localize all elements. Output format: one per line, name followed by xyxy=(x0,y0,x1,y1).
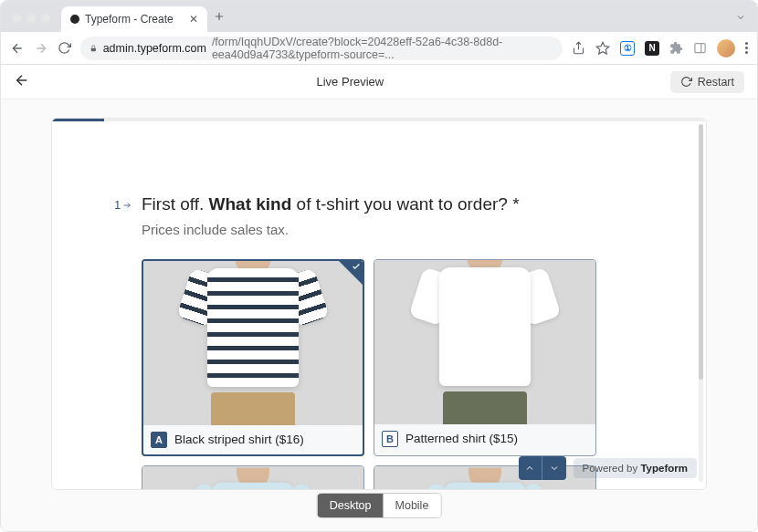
canvas: 1 First off. What kind of t-shirt you wa… xyxy=(1,99,757,531)
new-tab-button[interactable] xyxy=(213,10,226,32)
back-arrow-icon[interactable] xyxy=(14,72,30,92)
tab-title: Typeform - Create xyxy=(85,13,174,26)
option-label: Black striped shirt ($16) xyxy=(174,433,304,446)
lock-icon xyxy=(89,43,98,54)
chevron-down-icon xyxy=(549,463,560,474)
selected-corner xyxy=(339,261,363,285)
device-toggle: Desktop Mobile xyxy=(317,493,442,518)
reload-icon[interactable] xyxy=(58,41,71,55)
arrow-right-icon xyxy=(122,201,132,210)
extension-notion-icon[interactable]: N xyxy=(645,41,659,56)
avatar[interactable] xyxy=(717,39,735,57)
svg-rect-7 xyxy=(695,44,705,53)
powered-by-badge[interactable]: Powered by Typeform xyxy=(574,458,697,478)
svg-marker-6 xyxy=(596,42,608,54)
check-icon xyxy=(352,262,361,271)
option-image xyxy=(143,261,363,425)
form-preview: 1 First off. What kind of t-shirt you wa… xyxy=(51,118,707,490)
kebab-icon[interactable] xyxy=(745,42,748,54)
option-key: B xyxy=(382,431,398,447)
option-label: Patterned shirt ($15) xyxy=(405,432,518,445)
close-icon[interactable]: ✕ xyxy=(189,13,198,26)
prev-button[interactable] xyxy=(519,456,542,480)
url-host: admin.typeform.com xyxy=(103,42,206,55)
question-description: Prices include sales tax. xyxy=(142,222,660,237)
device-mobile[interactable]: Mobile xyxy=(384,494,441,517)
window-controls xyxy=(8,14,56,32)
chevron-up-icon xyxy=(524,463,535,474)
chevron-down-icon[interactable] xyxy=(735,10,746,32)
extension-1password-icon[interactable]: ① xyxy=(620,41,635,56)
form-footer: Powered by Typeform xyxy=(519,456,697,480)
options-grid: A Black striped shirt ($16) B Patterned … xyxy=(142,259,660,490)
option-image xyxy=(374,260,595,424)
option-c-stub[interactable] xyxy=(142,465,364,490)
traffic-light-min[interactable] xyxy=(26,14,36,23)
option-b[interactable]: B Patterned shirt ($15) xyxy=(374,259,596,456)
question-title: First off. What kind of t-shirt you want… xyxy=(142,193,660,216)
device-desktop[interactable]: Desktop xyxy=(318,494,384,517)
restart-label: Restart xyxy=(698,76,734,89)
page-title: Live Preview xyxy=(30,75,670,89)
side-panel-icon[interactable] xyxy=(693,41,707,55)
question-block: 1 First off. What kind of t-shirt you wa… xyxy=(52,121,706,490)
tab-strip: Typeform - Create ✕ xyxy=(1,1,757,32)
share-icon[interactable] xyxy=(572,41,585,55)
form-nav-pair xyxy=(519,456,566,480)
traffic-light-close[interactable] xyxy=(12,14,21,23)
star-icon[interactable] xyxy=(595,41,610,56)
next-button[interactable] xyxy=(542,456,566,480)
toolbar-right: ① N xyxy=(572,39,748,57)
url-bar[interactable]: admin.typeform.com/form/IqqhUDxV/create?… xyxy=(80,37,563,60)
browser-tab[interactable]: Typeform - Create ✕ xyxy=(61,6,207,32)
traffic-light-max[interactable] xyxy=(41,14,50,23)
extensions-icon[interactable] xyxy=(669,41,683,55)
restart-button[interactable]: Restart xyxy=(670,71,744,93)
app-header: Live Preview Restart xyxy=(1,65,757,99)
tab-favicon xyxy=(70,15,79,24)
reload-icon xyxy=(680,76,692,88)
browser-toolbar: admin.typeform.com/form/IqqhUDxV/create?… xyxy=(1,32,757,65)
browser-window: Typeform - Create ✕ admin.typeform.com/f… xyxy=(0,0,758,532)
question-number: 1 xyxy=(114,198,132,212)
option-a[interactable]: A Black striped shirt ($16) xyxy=(142,259,364,456)
option-key: A xyxy=(151,432,167,448)
url-path: /form/IqqhUDxV/create?block=20428eff-52a… xyxy=(212,36,553,61)
back-icon[interactable] xyxy=(10,41,25,56)
forward-icon xyxy=(34,41,48,56)
svg-rect-4 xyxy=(91,47,96,51)
